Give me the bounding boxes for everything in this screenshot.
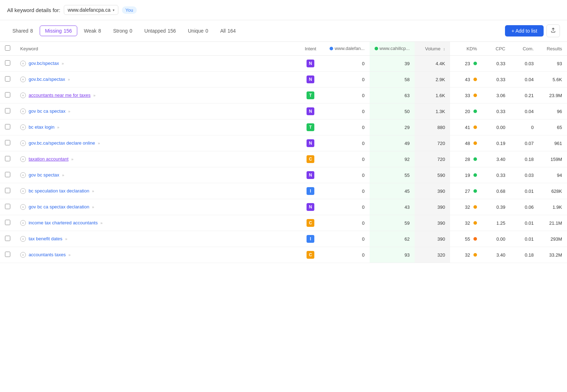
cpc-cell: 0.68: [482, 183, 510, 199]
add-keyword-icon[interactable]: +: [20, 156, 26, 162]
site1-cell: 0: [325, 103, 370, 119]
tab-count: 0: [129, 28, 132, 34]
intent-cell: C: [296, 215, 325, 231]
row-checkbox[interactable]: [5, 140, 10, 145]
add-keyword-icon[interactable]: +: [20, 108, 26, 114]
tab-unique[interactable]: Unique 0: [183, 26, 213, 36]
row-checkbox[interactable]: [5, 156, 10, 161]
keyword-link[interactable]: accountants taxes: [29, 252, 67, 257]
keyword-link[interactable]: taxation accountant: [29, 156, 70, 162]
keyword-link[interactable]: tax benefit dates: [29, 236, 64, 241]
row-checkbox[interactable]: [5, 60, 10, 66]
row-checkbox[interactable]: [5, 236, 10, 241]
select-all-header[interactable]: [0, 42, 15, 56]
keyword-link[interactable]: accountants near me for taxes: [29, 93, 92, 98]
row-checkbox[interactable]: [5, 172, 10, 177]
row-checkbox[interactable]: [5, 124, 10, 129]
add-keyword-icon[interactable]: +: [20, 220, 26, 226]
tab-shared[interactable]: Shared 8: [7, 26, 38, 36]
com-cell: 0.04: [510, 103, 539, 119]
tab-weak[interactable]: Weak 8: [79, 26, 106, 36]
tab-all[interactable]: All 164: [215, 26, 241, 36]
row-checkbox-cell[interactable]: [0, 119, 15, 135]
kd-dot: [473, 189, 477, 193]
intent-badge: T: [307, 123, 314, 131]
table-row: + bc etax login » T 0 29 880 41 0.00 0 6…: [0, 119, 567, 135]
row-checkbox[interactable]: [5, 188, 10, 193]
row-checkbox[interactable]: [5, 204, 10, 209]
kd-cell: 43: [450, 72, 482, 88]
intent-badge: C: [307, 219, 314, 227]
table-body: + gov.bc/spectax » N 0 39 4.4K 23 0.33 0…: [0, 56, 567, 263]
keyword-arrow-icon: »: [57, 125, 59, 129]
add-keyword-icon[interactable]: +: [20, 188, 26, 194]
row-checkbox-cell[interactable]: [0, 135, 15, 151]
keyword-link[interactable]: gov.bc/spectax: [29, 61, 60, 66]
tab-missing[interactable]: Missing 156: [40, 26, 77, 36]
intent-col-header: Intent: [296, 42, 325, 56]
site2-cell: 43: [370, 199, 415, 215]
tab-count: 8: [30, 28, 33, 34]
add-keyword-icon[interactable]: +: [20, 124, 26, 130]
site1-cell: 0: [325, 56, 370, 72]
kd-dot: [473, 125, 477, 129]
keyword-link[interactable]: bc etax login: [29, 124, 56, 130]
row-checkbox[interactable]: [5, 108, 10, 113]
add-keyword-icon[interactable]: +: [20, 140, 26, 146]
tab-label: Missing: [45, 28, 62, 34]
row-checkbox-cell[interactable]: [0, 231, 15, 247]
row-checkbox[interactable]: [5, 92, 10, 97]
domain-selector[interactable]: www.dalefancpa.ca ▾: [64, 5, 118, 15]
volume-col-header[interactable]: Volume ↕: [415, 42, 450, 56]
export-icon: [550, 27, 556, 33]
kd-dot: [473, 62, 477, 65]
row-checkbox[interactable]: [5, 220, 10, 225]
export-button[interactable]: [546, 24, 560, 37]
volume-cell: 1.6K: [415, 88, 450, 103]
row-checkbox-cell[interactable]: [0, 167, 15, 183]
you-badge: You: [122, 6, 137, 14]
row-checkbox-cell[interactable]: [0, 151, 15, 167]
keyword-text: gov bc ca spectax declaration: [29, 204, 89, 209]
keyword-link[interactable]: gov.bc.ca/spectax: [29, 77, 67, 82]
add-keyword-icon[interactable]: +: [20, 172, 26, 178]
site2-cell: 49: [370, 135, 415, 151]
intent-badge: N: [307, 60, 314, 67]
results-cell: 159M: [539, 151, 567, 167]
row-checkbox-cell[interactable]: [0, 247, 15, 263]
add-keyword-icon[interactable]: +: [20, 61, 26, 66]
row-checkbox-cell[interactable]: [0, 215, 15, 231]
add-keyword-icon[interactable]: +: [20, 204, 26, 210]
row-checkbox-cell[interactable]: [0, 56, 15, 72]
select-all-checkbox[interactable]: [5, 45, 10, 51]
add-to-list-button[interactable]: + Add to list: [505, 25, 544, 37]
com-cell: 0.03: [510, 56, 539, 72]
tab-strong[interactable]: Strong 0: [108, 26, 137, 36]
tab-untapped[interactable]: Untapped 156: [139, 26, 181, 36]
row-checkbox-cell[interactable]: [0, 72, 15, 88]
keyword-link[interactable]: gov bc ca spectax: [29, 108, 67, 114]
row-checkbox-cell[interactable]: [0, 88, 15, 103]
keyword-table: Keyword Intent www.dalefan... www.cahill…: [0, 42, 567, 263]
keyword-link[interactable]: gov.bc.ca/spectax declare online: [29, 140, 96, 146]
add-keyword-icon[interactable]: +: [20, 236, 26, 242]
keyword-link[interactable]: income tax chartered accountants: [29, 220, 99, 225]
keyword-link[interactable]: gov bc spectax: [29, 172, 61, 178]
keyword-cell: + gov.bc/spectax »: [15, 56, 296, 72]
keyword-link[interactable]: bc speculation tax declaration: [29, 188, 91, 194]
results-cell: 93: [539, 56, 567, 72]
site2-cell: 63: [370, 88, 415, 103]
results-cell: 293M: [539, 231, 567, 247]
row-checkbox-cell[interactable]: [0, 183, 15, 199]
row-checkbox[interactable]: [5, 76, 10, 82]
keyword-text: accountants taxes: [29, 252, 66, 257]
cpc-cell: 0.00: [482, 119, 510, 135]
keyword-link[interactable]: gov bc ca spectax declaration: [29, 204, 91, 209]
add-keyword-icon[interactable]: +: [20, 252, 26, 258]
add-keyword-icon[interactable]: +: [20, 93, 26, 98]
row-checkbox-cell[interactable]: [0, 199, 15, 215]
row-checkbox[interactable]: [5, 252, 10, 257]
kd-cell: 32: [450, 247, 482, 263]
add-keyword-icon[interactable]: +: [20, 77, 26, 82]
row-checkbox-cell[interactable]: [0, 103, 15, 119]
